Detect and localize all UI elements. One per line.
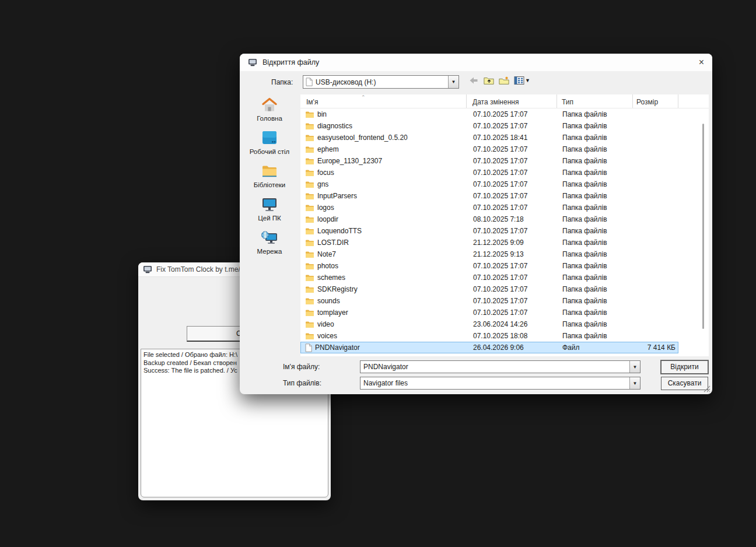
table-row[interactable]: video 23.06.2024 14:26 Папка файлів xyxy=(300,318,678,330)
filename-combobox[interactable]: PNDNavigator ▼ xyxy=(360,360,640,373)
desktop-backdrop: Fix TomTom Clock by t.me/ Open file File… xyxy=(0,0,756,547)
file-type: Папка файлів xyxy=(558,308,634,317)
new-folder-icon[interactable] xyxy=(499,76,509,85)
file-type: Папка файлів xyxy=(558,122,634,130)
file-date: 07.10.2025 17:07 xyxy=(467,285,558,293)
file-list-header: Ім'я Дата змінення Тип Розмір ⌃ xyxy=(300,94,709,108)
table-row[interactable]: voices 07.10.2025 18:08 Папка файлів xyxy=(300,330,678,342)
filetype-combobox[interactable]: Navigator files ▼ xyxy=(360,377,640,390)
folder-combobox[interactable]: USB-дисковод (H:) ▼ xyxy=(303,75,459,89)
resize-grip[interactable] xyxy=(702,384,710,392)
file-date: 07.10.2025 17:07 xyxy=(467,122,558,130)
back-icon[interactable] xyxy=(468,76,479,85)
file-name: logos xyxy=(317,204,334,212)
folder-icon xyxy=(305,134,314,142)
app-icon xyxy=(248,58,257,66)
open-button[interactable]: Відкрити xyxy=(661,360,708,374)
folder-icon xyxy=(305,239,314,247)
this-pc-icon xyxy=(260,197,279,213)
folder-icon xyxy=(305,111,314,118)
file-type: Файл xyxy=(558,343,634,352)
folder-icon xyxy=(305,122,314,130)
file-type: Папка файлів xyxy=(558,274,634,282)
file-date: 07.10.2025 17:07 xyxy=(467,227,558,235)
libraries-icon xyxy=(260,163,279,180)
file-name: ephem xyxy=(317,145,339,153)
table-row[interactable]: LoquendoTTS 07.10.2025 17:07 Папка файлі… xyxy=(300,225,678,237)
file-list: Ім'я Дата змінення Тип Розмір ⌃ bin 07.1… xyxy=(300,94,709,356)
view-menu-icon xyxy=(514,76,524,85)
sidebar-item-home[interactable]: Головна xyxy=(240,97,299,122)
file-date: 07.10.2025 17:07 xyxy=(467,308,558,317)
table-row[interactable]: LOST.DIR 21.12.2025 9:09 Папка файлів xyxy=(300,237,678,248)
file-name: bin xyxy=(317,110,327,118)
file-type: Папка файлів xyxy=(558,262,634,270)
file-type: Папка файлів xyxy=(558,180,634,188)
file-date: 07.10.2025 17:07 xyxy=(467,262,558,270)
table-row[interactable]: SDKRegistry 07.10.2025 17:07 Папка файлі… xyxy=(300,283,678,295)
table-row[interactable]: easyusetool_frontend_0.5.20 07.10.2025 1… xyxy=(300,132,678,143)
folder-icon xyxy=(305,274,314,282)
table-row[interactable]: gns 07.10.2025 17:07 Папка файлів xyxy=(300,178,678,190)
chevron-down-icon[interactable]: ▼ xyxy=(448,76,459,88)
sidebar-item-network[interactable]: Мережа xyxy=(240,230,299,255)
file-type: Папка файлів xyxy=(558,110,634,118)
table-row[interactable]: bin 07.10.2025 17:07 Папка файлів xyxy=(300,108,678,120)
column-header-name[interactable]: Ім'я xyxy=(300,94,467,108)
folder-icon xyxy=(305,204,314,212)
file-date: 23.06.2024 14:26 xyxy=(467,320,558,328)
folder-icon xyxy=(305,321,314,328)
filename-label: Ім'я файлу: xyxy=(283,363,320,371)
folder-icon xyxy=(305,297,314,305)
file-type: Папка файлів xyxy=(558,204,634,212)
file-type: Папка файлів xyxy=(558,192,634,200)
close-icon[interactable]: × xyxy=(699,58,704,67)
folder-icon xyxy=(305,227,314,235)
table-row[interactable]: schemes 07.10.2025 17:07 Папка файлів xyxy=(300,272,678,283)
folder-icon xyxy=(305,192,314,200)
chevron-down-icon[interactable]: ▼ xyxy=(629,361,640,373)
chevron-down-icon[interactable]: ▼ xyxy=(629,377,640,389)
column-header-type[interactable]: Тип xyxy=(557,94,633,108)
sidebar-item-desktop[interactable]: Робочий стіл xyxy=(240,130,299,155)
table-row[interactable]: focus 07.10.2025 17:07 Папка файлів xyxy=(300,167,678,178)
app-icon xyxy=(143,265,152,274)
table-row[interactable]: PNDNavigator 26.04.2026 9:06 Файл 7 414 … xyxy=(300,342,678,353)
view-menu-button[interactable]: ▼ xyxy=(514,76,530,85)
sidebar-item-this-pc[interactable]: Цей ПК xyxy=(240,197,299,222)
filetype-label: Тип файлів: xyxy=(283,379,321,387)
desktop-icon xyxy=(260,130,279,146)
table-row[interactable]: loopdir 08.10.2025 7:18 Папка файлів xyxy=(300,213,678,225)
cancel-button[interactable]: Скасувати xyxy=(661,377,708,390)
vertical-scrollbar[interactable] xyxy=(702,124,704,329)
table-row[interactable]: tomplayer 07.10.2025 17:07 Папка файлів xyxy=(300,307,678,318)
sidebar-item-libraries[interactable]: Бібліотеки xyxy=(240,163,299,188)
file-type: Папка файлів xyxy=(558,145,634,153)
file-icon xyxy=(305,343,312,352)
dialog-titlebar[interactable]: Відкриття файлу × xyxy=(240,54,712,71)
dialog-title: Відкриття файлу xyxy=(262,58,319,66)
up-one-level-icon[interactable] xyxy=(484,76,494,85)
column-header-date[interactable]: Дата змінення xyxy=(467,94,557,108)
table-row[interactable]: photos 07.10.2025 17:07 Папка файлів xyxy=(300,260,678,272)
folder-icon xyxy=(305,332,314,340)
file-name: schemes xyxy=(317,274,345,282)
folder-icon xyxy=(305,157,314,165)
file-name: SDKRegistry xyxy=(317,285,358,293)
table-row[interactable]: Europe_1130_12307 07.10.2025 17:07 Папка… xyxy=(300,155,678,167)
home-icon xyxy=(260,97,279,113)
table-row[interactable]: diagnostics 07.10.2025 17:07 Папка файлі… xyxy=(300,120,678,132)
table-row[interactable]: InputParsers 07.10.2025 17:07 Папка файл… xyxy=(300,190,678,202)
file-name: LoquendoTTS xyxy=(317,227,362,235)
file-date: 08.10.2025 7:18 xyxy=(467,215,558,223)
column-header-size[interactable]: Розмір xyxy=(633,94,678,108)
table-row[interactable]: ephem 07.10.2025 17:07 Папка файлів xyxy=(300,143,678,155)
folder-icon xyxy=(305,262,314,270)
file-type: Папка файлів xyxy=(558,320,634,328)
file-date: 07.10.2025 17:07 xyxy=(467,169,558,177)
table-row[interactable]: sounds 07.10.2025 17:07 Папка файлів xyxy=(300,295,678,307)
file-name: Europe_1130_12307 xyxy=(317,157,382,165)
table-row[interactable]: logos 07.10.2025 17:07 Папка файлів xyxy=(300,202,678,213)
table-row[interactable]: Note7 21.12.2025 9:13 Папка файлів xyxy=(300,248,678,260)
dialog-toolbar: Папка: USB-дисковод (H:) ▼ xyxy=(240,75,712,90)
